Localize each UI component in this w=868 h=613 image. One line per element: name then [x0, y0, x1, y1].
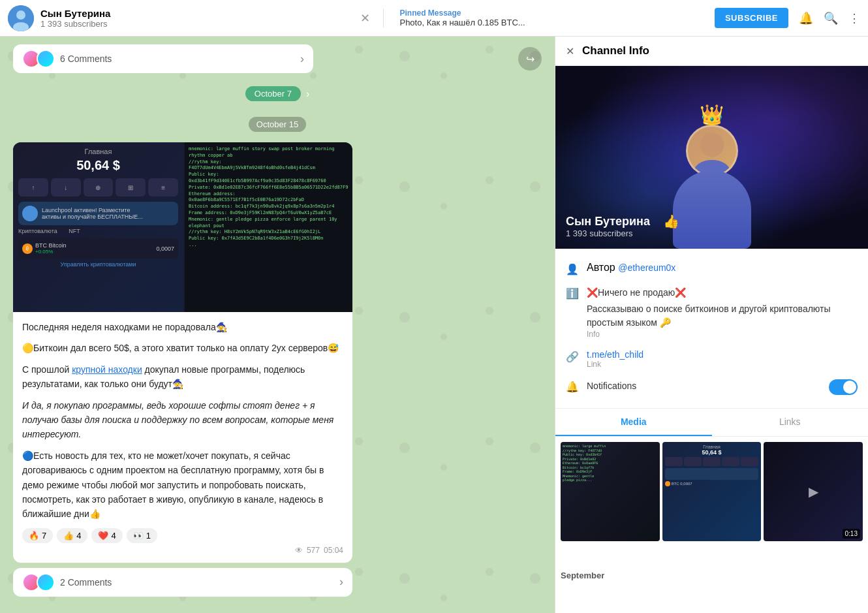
media-grid: mnemonic: large muffin //rythm key: F4OT… [555, 437, 868, 613]
commenter-avatar-4 [37, 573, 55, 591]
wallet-promo-text: Launchpool активен! Разместитеактивы и п… [42, 207, 143, 220]
bell-icon-sidebar: 🔔 [566, 381, 579, 393]
post-reactions: 🔥 7 👍 4 ❤️ 4 👀 1 [22, 528, 343, 543]
reaction-eyes[interactable]: 👀 1 [127, 528, 157, 543]
search-icon[interactable]: 🔍 [824, 11, 838, 25]
toggle-knob [843, 381, 856, 394]
comments-count-6: 6 Comments [60, 54, 112, 64]
info-circle-icon: ℹ️ [566, 287, 579, 300]
person-icon: 👤 [566, 263, 579, 275]
wallet-screenshot: Главная 50,64 $ ↑ ↓ ⊕ ⊞ ≡ Launchpool акт… [13, 142, 183, 312]
svg-point-1 [16, 10, 25, 20]
date-badge-oct15: October 15 [249, 117, 306, 132]
media-item-3[interactable]: ▶ 0:13 [764, 442, 863, 541]
pinned-text[interactable]: Photo, Как я нашёл 0.185 BTC... [399, 18, 530, 27]
author-link[interactable]: @ethereum0x [618, 262, 675, 273]
wallet-title: Главная [18, 148, 178, 155]
post-line-4: И да, я покупаю программы, ведь хорошие … [22, 398, 343, 442]
info-label: Info [587, 330, 858, 339]
manage-crypto-link[interactable]: Управлять криптовалютами [18, 261, 178, 268]
app-header: Сын Бутерина 1 393 subscribers ✕ Pinned … [0, 0, 868, 37]
channel-hero-image: 👑 👍 Сын Бутерина 1 393 subscribers [555, 66, 868, 249]
view-icon: 👁 [295, 546, 303, 555]
post-card: Главная 50,64 $ ↑ ↓ ⊕ ⊞ ≡ Launchpool акт… [13, 142, 352, 563]
sidebar-tabs: Media Links [555, 409, 868, 437]
bell-icon[interactable]: 🔔 [799, 11, 813, 25]
subscribe-button[interactable]: SUBSCRIBE [715, 8, 788, 28]
post-body: Последняя неделя находками не порадовала… [13, 312, 352, 563]
header-icons: 🔔 🔍 ⋮ [799, 11, 860, 25]
comments-arrow-1: › [300, 52, 304, 66]
video-duration: 0:13 [843, 529, 860, 539]
post-line-3: С прошлой крупной находки докупал новые … [22, 362, 343, 392]
post-line-1: Последняя неделя находками не порадовала… [22, 320, 343, 334]
reaction-heart[interactable]: ❤️ 4 [91, 528, 122, 543]
no-selling-info: ❌Ничего не продаю❌ Рассказываю о поиске … [587, 286, 858, 339]
date-badge-oct7[interactable]: October 7 [245, 86, 301, 101]
notifications-toggle[interactable] [829, 379, 858, 395]
post-image: Главная 50,64 $ ↑ ↓ ⊕ ⊞ ≡ Launchpool акт… [13, 142, 352, 312]
terminal-screenshot: mnemonic: large muffin story swap post b… [185, 142, 352, 312]
subscriber-count: 1 393 subscribers [40, 19, 360, 29]
close-button[interactable]: ✕ [360, 11, 370, 25]
hero-channel-name: Сын Бутерина 1 393 subscribers [566, 215, 650, 238]
comments-bar-top[interactable]: 6 Comments › [13, 44, 313, 73]
post-text: Последняя неделя находками не порадовала… [22, 320, 343, 522]
media-item-2[interactable]: Главная 50,64 $ BTC 0,0007 [662, 442, 762, 541]
view-count: 577 [307, 546, 320, 555]
wallet-action-buttons: ↑ ↓ ⊕ ⊞ ≡ [18, 178, 178, 196]
channel-avatar[interactable] [8, 5, 34, 31]
pinned-message-area: Pinned Message Photo, Как я нашёл 0.185 … [383, 8, 714, 27]
channel-info: Сын Бутерина 1 393 subscribers [40, 8, 360, 29]
link-label: Link [587, 360, 858, 369]
channel-link[interactable]: t.me/eth_child [587, 349, 858, 360]
author-row: 👤 Автор @ethereum0x [566, 257, 858, 281]
code-output: mnemonic: large muffin story swap post b… [189, 146, 349, 308]
tab-media[interactable]: Media [555, 409, 712, 436]
post-meta: 👁 577 05:04 [22, 546, 343, 555]
author-label: Автор [587, 262, 615, 273]
wallet-promo-banner: Launchpool активен! Разместитеактивы и п… [18, 202, 178, 225]
no-selling-text: ❌Ничего не продаю❌ [587, 286, 858, 300]
post-line-2: 🟡Биткоин дал всего 50$, а этого хватит т… [22, 341, 343, 355]
wallet-crypto-list: ₿ BTC Bitcoin +0.05% 0,0007 [18, 238, 178, 259]
comments-count-2: 2 Comments [60, 577, 112, 588]
forward-icon[interactable]: ↪ [518, 47, 542, 71]
sidebar-title: Channel Info [582, 44, 649, 57]
main-content: 6 Comments › ↪ October 7 › October 15 Гл… [0, 37, 868, 613]
media-item-1[interactable]: mnemonic: large muffin //rythm key: F4OT… [561, 442, 660, 541]
pinned-label: Pinned Message [399, 8, 714, 18]
sidebar-close-button[interactable]: ✕ [566, 45, 574, 57]
september-label: September [561, 568, 863, 608]
notifications-label: Notifications [587, 381, 636, 391]
link-row: 🔗 t.me/eth_child Link [566, 344, 858, 374]
notifications-row: 🔔 Notifications [566, 374, 858, 400]
comments-bar-bottom[interactable]: 2 Comments › [13, 568, 352, 597]
description-text: Рассказываю о поиске биткоинов и другой … [587, 302, 858, 330]
more-icon[interactable]: ⋮ [848, 11, 860, 25]
svg-point-3 [700, 133, 724, 157]
sidebar-info-section: 👤 Автор @ethereum0x ℹ️ ❌Ничего не продаю… [555, 249, 868, 409]
comments-arrow-2: › [339, 575, 343, 589]
large-find-link[interactable]: крупной находки [72, 364, 142, 375]
tab-links[interactable]: Links [712, 409, 869, 436]
reaction-fire[interactable]: 🔥 7 [22, 528, 53, 543]
channel-info-panel: ✕ Channel Info 👑 👍 Сын Б [555, 37, 868, 613]
link-icon: 🔗 [566, 351, 579, 363]
date-row-oct7: October 7 › [13, 86, 542, 101]
author-info: Автор @ethereum0x [587, 262, 858, 274]
commenter-avatar-2 [37, 50, 55, 68]
wallet-balance: 50,64 $ [18, 158, 178, 173]
link-info: t.me/eth_child Link [587, 349, 858, 369]
date-arrow[interactable]: › [306, 88, 309, 100]
post-line-5: 🔵Есть новость для тех, кто не может/хоче… [22, 448, 343, 522]
post-time: 05:04 [324, 546, 343, 555]
no-selling-row: ℹ️ ❌Ничего не продаю❌ Рассказываю о поис… [566, 281, 858, 344]
sidebar-header: ✕ Channel Info [555, 37, 868, 66]
reaction-thumbsup[interactable]: 👍 4 [57, 528, 87, 543]
chat-area: 6 Comments › ↪ October 7 › October 15 Гл… [0, 37, 555, 613]
date-badge-oct15-wrap: October 15 [13, 117, 542, 132]
notifications-info: Notifications [587, 379, 821, 393]
btc-amount: 0,0007 [156, 245, 174, 252]
channel-name[interactable]: Сын Бутерина [40, 8, 360, 19]
